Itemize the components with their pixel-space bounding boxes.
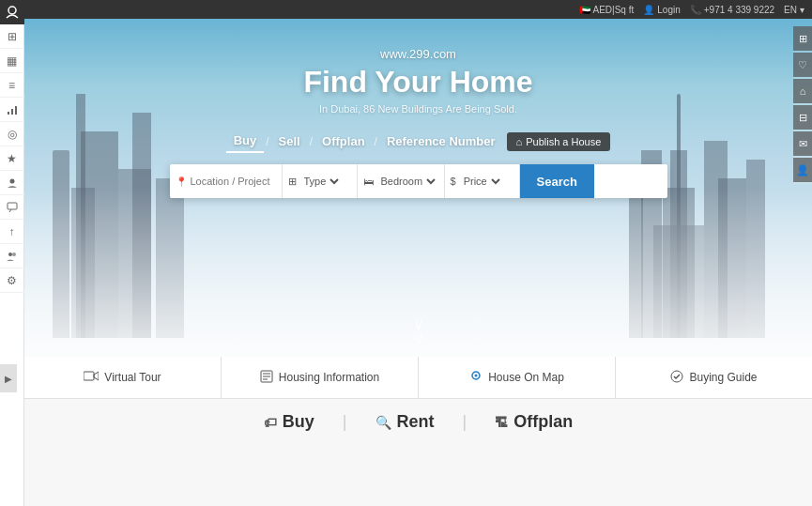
tab-reference[interactable]: Reference Number bbox=[379, 130, 503, 152]
tab-offplan[interactable]: Offplan bbox=[314, 130, 373, 152]
currency-label: AED|Sq ft bbox=[593, 5, 635, 15]
type-icon: ⊞ bbox=[288, 176, 297, 188]
hero-section: www.299.com Find Your Home In Dubai, 86 … bbox=[24, 19, 812, 357]
right-sidebar-expand[interactable]: ⊞ bbox=[793, 26, 812, 51]
buy-tag-icon: 🏷 bbox=[264, 415, 277, 430]
topbar-flag: 🇦🇪 AED|Sq ft bbox=[579, 5, 635, 15]
sidebar-icon-home[interactable]: ⊞ bbox=[0, 24, 24, 49]
price-icon: $ bbox=[451, 176, 456, 187]
buying-guide-icon bbox=[670, 370, 683, 386]
content-tab-rent[interactable]: 🔍 Rent bbox=[375, 412, 435, 432]
buying-guide-label: Buying Guide bbox=[689, 371, 757, 384]
right-sidebar-house[interactable]: ⌂ bbox=[793, 79, 812, 103]
right-sidebar-person[interactable]: 👤 bbox=[793, 158, 812, 182]
hero-nav-tabs: Buy / Sell / Offplan / Reference Number … bbox=[24, 130, 812, 153]
right-sidebar: ⊞ ♡ ⌂ ⊟ ✉ 👤 bbox=[793, 26, 812, 184]
hero-title: Find Your Home bbox=[24, 65, 812, 100]
location-input[interactable] bbox=[191, 176, 275, 187]
topbar: 🇦🇪 AED|Sq ft 👤 Login 📞 +971 4 339 9222 E… bbox=[24, 0, 812, 19]
bedroom-icon: 🛏 bbox=[363, 176, 374, 187]
buy-tab-label: Buy bbox=[283, 412, 314, 432]
tab-buy[interactable]: Buy bbox=[226, 130, 265, 153]
sidebar-icon-list[interactable]: ≡ bbox=[0, 73, 24, 98]
rent-tab-label: Rent bbox=[397, 412, 435, 432]
svg-rect-8 bbox=[84, 372, 94, 380]
sidebar-icon-chart[interactable] bbox=[0, 98, 24, 122]
language-label: EN bbox=[784, 5, 797, 15]
virtual-tour-icon bbox=[84, 371, 99, 385]
price-select[interactable]: Price bbox=[460, 175, 503, 188]
map-icon bbox=[469, 370, 483, 386]
feature-buying-guide[interactable]: Buying Guide bbox=[616, 357, 812, 398]
expand-toggle[interactable]: ▶ bbox=[0, 364, 17, 392]
location-field-wrapper: 📍 bbox=[170, 164, 283, 198]
housing-info-label: Housing Information bbox=[279, 371, 379, 384]
content-tab-offplan[interactable]: 🏗 Offplan bbox=[495, 412, 573, 432]
login-icon: 👤 bbox=[643, 5, 654, 15]
hero-subtitle: In Dubai, 86 New Buildings Are Being Sol… bbox=[24, 103, 812, 115]
buy-rent-tabs: 🏷 Buy | 🔍 Rent | 🏗 Offplan bbox=[24, 399, 812, 439]
svg-point-0 bbox=[8, 7, 16, 14]
sidebar: ⊞ ▦ ≡ ◎ ★ ↑ ⚙ bbox=[0, 0, 24, 506]
feature-virtual-tour[interactable]: Virtual Tour bbox=[24, 357, 222, 398]
sidebar-icon-grid[interactable]: ▦ bbox=[0, 49, 24, 73]
phone-icon: 📞 bbox=[690, 5, 701, 15]
home-icon: ⌂ bbox=[516, 136, 523, 147]
publish-button[interactable]: ⌂ Publish a House bbox=[507, 132, 611, 151]
svg-rect-1 bbox=[8, 112, 9, 115]
publish-label: Publish a House bbox=[526, 136, 601, 147]
svg-rect-2 bbox=[11, 109, 13, 115]
right-sidebar-message[interactable]: ✉ bbox=[793, 131, 812, 156]
sidebar-icon-person[interactable] bbox=[0, 171, 24, 195]
price-dropdown[interactable]: $ Price bbox=[445, 164, 520, 198]
type-dropdown[interactable]: ⊞ Type bbox=[283, 164, 358, 198]
tab-sell[interactable]: Sell bbox=[271, 130, 308, 152]
chevron-down-icon: ▾ bbox=[800, 5, 804, 15]
sidebar-icon-location[interactable]: ◎ bbox=[0, 122, 24, 146]
rent-search-icon: 🔍 bbox=[375, 415, 391, 430]
svg-point-6 bbox=[8, 253, 12, 256]
feature-housing-info[interactable]: Housing Information bbox=[222, 357, 419, 398]
sidebar-icon-arrow-up[interactable]: ↑ bbox=[0, 220, 24, 244]
bedroom-select[interactable]: Bedroom bbox=[377, 175, 438, 188]
topbar-language[interactable]: EN ▾ bbox=[784, 5, 804, 15]
scroll-indicator[interactable]: ∨ ∨ bbox=[413, 318, 424, 345]
topbar-phone[interactable]: 📞 +971 4 339 9222 bbox=[690, 5, 774, 15]
svg-rect-3 bbox=[15, 106, 17, 115]
sidebar-logo[interactable] bbox=[0, 0, 24, 24]
housing-info-icon bbox=[260, 370, 273, 386]
hero-content: www.299.com Find Your Home In Dubai, 86 … bbox=[24, 47, 812, 198]
hero-url: www.299.com bbox=[24, 47, 812, 61]
svg-point-4 bbox=[9, 178, 14, 183]
type-select[interactable]: Type bbox=[300, 175, 342, 188]
sidebar-icon-settings[interactable]: ⚙ bbox=[0, 268, 24, 293]
svg-point-14 bbox=[475, 374, 478, 376]
virtual-tour-label: Virtual Tour bbox=[104, 371, 161, 384]
content-tab-buy[interactable]: 🏷 Buy bbox=[264, 412, 314, 432]
sidebar-icon-user-group[interactable] bbox=[0, 244, 24, 268]
offplan-tab-label: Offplan bbox=[513, 412, 573, 432]
right-sidebar-compare[interactable]: ⊟ bbox=[793, 105, 812, 130]
search-button[interactable]: Search bbox=[520, 164, 594, 198]
feature-house-on-map[interactable]: House On Map bbox=[419, 357, 616, 398]
search-bar: 📍 ⊞ Type 🛏 Bedroom $ Price bbox=[170, 164, 667, 198]
bedroom-dropdown[interactable]: 🛏 Bedroom bbox=[358, 164, 445, 198]
features-bar: Virtual Tour Housing Information House O… bbox=[24, 357, 812, 399]
svg-rect-5 bbox=[8, 203, 17, 209]
phone-number: +971 4 339 9222 bbox=[704, 5, 774, 15]
svg-point-7 bbox=[12, 253, 16, 256]
sidebar-icon-chat[interactable] bbox=[0, 195, 24, 220]
content-section: 🏷 Buy | 🔍 Rent | 🏗 Offplan ⊖ More ▶ 1 ♡ … bbox=[24, 399, 812, 506]
house-on-map-label: House On Map bbox=[488, 371, 564, 384]
topbar-login[interactable]: 👤 Login bbox=[643, 5, 680, 15]
location-icon: 📍 bbox=[176, 176, 187, 187]
login-label: Login bbox=[657, 5, 680, 15]
right-sidebar-heart[interactable]: ♡ bbox=[793, 53, 812, 77]
offplan-building-icon: 🏗 bbox=[495, 415, 508, 430]
sidebar-icon-star[interactable]: ★ bbox=[0, 146, 24, 171]
